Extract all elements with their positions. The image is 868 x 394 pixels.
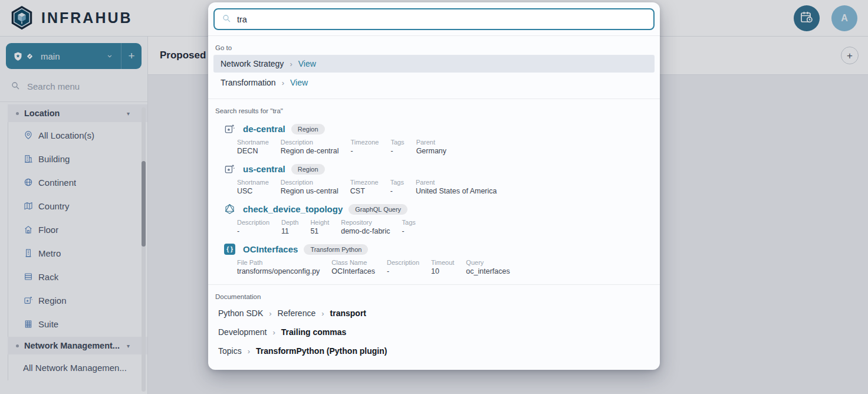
search-result-check-device-topology[interactable]: check_device_topologyGraphQL QueryDescri… [213, 198, 655, 238]
search-result-us-central[interactable]: us-centralRegionShortnameUSCDescriptionR… [213, 158, 655, 198]
field-value: OCInterfaces [331, 267, 375, 275]
search-icon [222, 14, 231, 25]
result-fields: File Pathtransforms/openconfig.pyClass N… [237, 259, 655, 275]
result-field-timeout: Timeout10 [431, 259, 454, 275]
result-title[interactable]: us-central [243, 164, 285, 174]
field-value: oc_interfaces [466, 267, 509, 275]
field-label: Tags [390, 139, 404, 146]
field-label: Height [310, 219, 329, 226]
field-label: Query [466, 259, 509, 266]
result-title[interactable]: check_device_topology [243, 204, 343, 214]
field-label: Timezone [350, 179, 379, 186]
doc-breadcrumb-target: TransformPython (Python plugin) [256, 346, 387, 356]
field-value: - [390, 147, 404, 155]
field-value: transforms/openconfig.py [237, 267, 320, 275]
doc-breadcrumb-target: Trailing commas [281, 327, 346, 337]
field-label: Timeout [431, 259, 454, 266]
chevron-right-icon: › [282, 78, 284, 87]
graphql-icon [224, 203, 235, 215]
result-kind-badge: Transform Python [304, 244, 368, 255]
field-value: CST [350, 187, 379, 195]
result-field-parent: ParentUnited States of America [416, 179, 497, 195]
result-head: check_device_topologyGraphQL Query [224, 203, 655, 215]
result-fields: ShortnameUSCDescriptionRegion us-central… [237, 179, 655, 195]
result-fields: ShortnameDECNDescriptionRegion de-centra… [237, 139, 655, 155]
result-field-description: DescriptionRegion us-central [281, 179, 338, 195]
goto-name: Network Strategy [221, 59, 284, 68]
field-value: - [402, 227, 416, 235]
documentation-section: Documentation Python SDK›Reference›trans… [208, 284, 660, 370]
global-search-input[interactable] [237, 15, 646, 24]
result-field-shortname: ShortnameUSC [237, 179, 269, 195]
field-value: DECN [237, 147, 269, 155]
field-label: Shortname [237, 179, 269, 186]
field-value: Region us-central [281, 187, 338, 195]
result-field-file-path: File Pathtransforms/openconfig.py [237, 259, 320, 275]
field-label: Depth [281, 219, 298, 226]
result-field-query: Queryoc_interfaces [466, 259, 509, 275]
result-field-tags: Tags- [402, 219, 416, 235]
field-label: Tags [402, 219, 416, 226]
result-field-tags: Tags- [390, 139, 404, 155]
region-image-icon [224, 123, 235, 134]
documentation-row-transformpython-python-plugin[interactable]: Topics›TransformPython (Python plugin) [213, 342, 655, 360]
result-fields: Description-Depth11Height51Repositorydem… [237, 219, 655, 235]
search-result-ocinterfaces[interactable]: { }OCInterfacesTransform PythonFile Path… [213, 238, 655, 278]
goto-row-transformation[interactable]: Transformation›View [213, 74, 655, 91]
documentation-section-label: Documentation [215, 293, 655, 300]
field-value: 51 [310, 227, 329, 235]
doc-breadcrumb-part: Topics [218, 346, 242, 356]
result-field-timezone: Timezone- [350, 139, 379, 155]
field-label: File Path [237, 259, 320, 266]
result-field-depth: Depth11 [281, 219, 298, 235]
results-section: Search results for "tra" de-centralRegio… [208, 98, 660, 284]
result-head: de-centralRegion [224, 123, 655, 134]
field-label: Tags [390, 179, 404, 186]
field-label: Description [281, 179, 338, 186]
region-image-icon [224, 163, 235, 175]
field-label: Timezone [350, 139, 379, 146]
field-value: - [350, 147, 379, 155]
goto-name: Transformation [221, 78, 276, 87]
result-field-shortname: ShortnameDECN [237, 139, 269, 155]
field-value: Germany [416, 147, 446, 155]
result-field-tags: Tags- [390, 179, 404, 195]
documentation-row-trailing-commas[interactable]: Development›Trailing commas [213, 323, 655, 342]
app-root: INFRAHUB A [0, 0, 868, 394]
search-input-box[interactable] [213, 8, 655, 30]
result-field-class-name: Class NameOCInterfaces [331, 259, 375, 275]
view-link[interactable]: View [298, 59, 316, 68]
result-title[interactable]: de-central [243, 124, 285, 134]
field-value: United States of America [416, 187, 497, 195]
field-label: Description [237, 219, 269, 226]
field-value: - [390, 187, 404, 195]
global-search-modal: Go to Network Strategy›ViewTransformatio… [208, 2, 660, 370]
field-label: Parent [416, 179, 497, 186]
field-label: Description [387, 259, 419, 266]
result-field-repository: Repositorydemo-dc-fabric [341, 219, 390, 235]
field-value: demo-dc-fabric [341, 227, 390, 235]
search-input-wrap [208, 2, 660, 35]
result-title[interactable]: OCInterfaces [243, 244, 298, 254]
result-kind-badge: Region [291, 124, 325, 134]
chevron-right-icon: › [248, 347, 250, 356]
field-value: 11 [281, 227, 298, 235]
result-kind-badge: GraphQL Query [348, 204, 407, 215]
field-value: - [387, 267, 419, 275]
documentation-row-transport[interactable]: Python SDK›Reference›transport [213, 304, 655, 323]
field-label: Shortname [237, 139, 269, 146]
python-transform-icon: { } [224, 244, 235, 255]
field-value: USC [237, 187, 269, 195]
view-link[interactable]: View [290, 78, 308, 87]
field-label: Repository [341, 219, 390, 226]
chevron-right-icon: › [290, 60, 292, 68]
result-head: { }OCInterfacesTransform Python [224, 244, 655, 255]
field-value: Region de-central [281, 147, 339, 155]
field-value: - [237, 227, 269, 235]
result-field-height: Height51 [310, 219, 329, 235]
search-result-de-central[interactable]: de-centralRegionShortnameDECNDescription… [213, 118, 655, 158]
doc-breadcrumb-part: Reference [278, 308, 316, 318]
goto-section-label: Go to [215, 44, 655, 51]
result-kind-badge: Region [291, 164, 325, 175]
goto-row-network-strategy[interactable]: Network Strategy›View [213, 55, 655, 73]
